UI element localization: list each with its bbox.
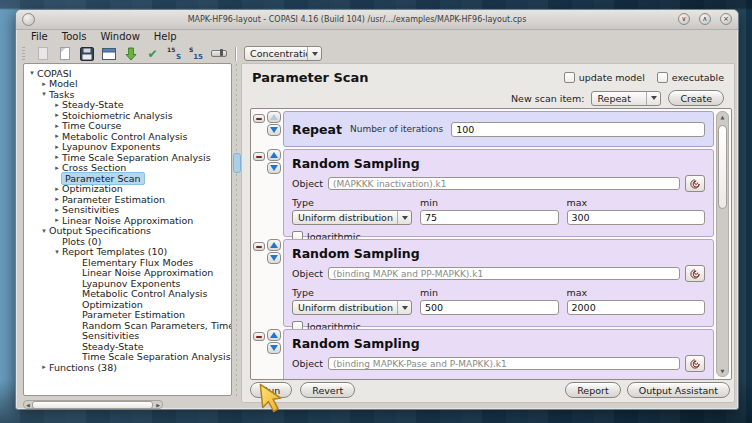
move-down-button[interactable] [267, 162, 281, 174]
close-button[interactable]: × [720, 13, 732, 25]
scroll-down-icon[interactable]: ▼ [717, 368, 728, 374]
tree-horizontal-scrollbar[interactable]: ◀ ▶ [23, 400, 163, 409]
convert-to-sbml-button[interactable]: 15 S [166, 45, 183, 62]
tree-expander-icon[interactable]: ▸ [39, 80, 49, 88]
tree-item[interactable]: Lyapunov Exponents [24, 278, 231, 289]
menu-window[interactable]: Window [93, 29, 146, 44]
tree-expander-icon[interactable]: ▸ [52, 216, 62, 224]
distribution-type-combobox[interactable]: Uniform distribution [292, 210, 412, 225]
minimize-button[interactable]: ∨ [678, 13, 690, 25]
executable-option[interactable]: executable [657, 72, 724, 83]
import-button[interactable] [122, 45, 139, 62]
tree-expander-icon[interactable]: ▸ [52, 206, 62, 214]
iterations-input[interactable] [451, 122, 705, 137]
object-select-button[interactable] [685, 265, 705, 282]
tree-item[interactable]: ▸Steady-State [24, 100, 231, 111]
report-button[interactable]: Report [565, 382, 621, 398]
tree-item-parameter-scan-selected[interactable]: Parameter Scan [24, 173, 231, 184]
save-button[interactable] [78, 45, 95, 62]
tree-item[interactable]: ▸Linear Noise Approximation [24, 215, 231, 226]
chevron-down-icon[interactable] [646, 92, 660, 105]
chevron-down-icon[interactable] [397, 301, 411, 314]
maximize-button[interactable]: ∧ [699, 13, 711, 25]
chevron-down-icon[interactable] [397, 211, 411, 224]
move-down-button[interactable] [267, 124, 281, 136]
object-field[interactable] [328, 177, 680, 190]
remove-item-button[interactable] [253, 152, 265, 161]
tree-item[interactable]: ▸Lyapunov Exponents [24, 142, 231, 153]
create-button[interactable]: Create [668, 90, 724, 106]
scrollbar-thumb[interactable] [32, 401, 153, 409]
tree-item[interactable]: Random Scan Parameters, Time, Concentrat… [24, 320, 231, 331]
tree-item[interactable]: ▸Time Course [24, 121, 231, 132]
tree-item[interactable]: Elementary Flux Modes [24, 257, 231, 268]
remove-item-button[interactable] [253, 332, 265, 341]
remove-item-button[interactable] [253, 114, 265, 123]
window-menu-button[interactable] [22, 13, 35, 26]
tree-item[interactable]: ▸Metabolic Control Analysis [24, 131, 231, 142]
max-input[interactable] [567, 210, 706, 225]
tree-expander-icon[interactable]: ▸ [52, 111, 62, 119]
new-file-button[interactable] [34, 45, 51, 62]
move-up-button[interactable] [267, 149, 281, 161]
scroll-left-icon[interactable]: ◀ [26, 402, 30, 408]
tree-item[interactable]: ▸Optimization [24, 184, 231, 195]
executable-checkbox[interactable] [657, 72, 668, 83]
move-down-button[interactable] [267, 252, 281, 264]
move-down-button[interactable] [267, 342, 281, 354]
move-up-button[interactable] [267, 111, 281, 123]
slider-tool-button[interactable] [210, 45, 227, 62]
tree-item[interactable]: Steady-State [24, 341, 231, 352]
tree-item[interactable]: ▸Model [24, 79, 231, 90]
tree-expander-icon[interactable]: ▸ [52, 101, 62, 109]
tree-item[interactable]: ▾Output Specifications [24, 226, 231, 237]
open-file-button[interactable] [56, 45, 73, 62]
min-input[interactable] [420, 300, 559, 315]
output-assistant-button[interactable]: Output Assistant [627, 382, 730, 398]
move-up-button[interactable] [267, 329, 281, 341]
splitter-grip[interactable] [233, 153, 241, 173]
tree-expander-icon[interactable]: ▸ [52, 122, 62, 130]
tree-item[interactable]: ▸Stoichiometric Analysis [24, 110, 231, 121]
tree-item[interactable]: Optimization [24, 299, 231, 310]
convert-from-sbml-button[interactable]: S 15 [188, 45, 205, 62]
object-field[interactable] [328, 267, 680, 280]
object-select-button[interactable] [685, 355, 705, 372]
tree-expander-icon[interactable]: ▸ [52, 143, 62, 151]
tree-item[interactable]: ▸Time Scale Separation Analysis [24, 152, 231, 163]
revert-button[interactable]: Revert [300, 382, 355, 398]
tree-item[interactable]: ▸Functions (38) [24, 362, 231, 373]
scroll-up-icon[interactable]: ▲ [717, 114, 728, 120]
tree-expander-icon[interactable]: ▾ [39, 90, 49, 98]
tree-item[interactable]: ▾Report Templates (10) [24, 247, 231, 258]
menu-help[interactable]: Help [147, 29, 184, 44]
tree-expander-icon[interactable]: ▾ [27, 69, 37, 77]
scan-vertical-scrollbar[interactable]: ▲ ▼ [716, 111, 729, 377]
tree-expander-icon[interactable]: ▸ [52, 195, 62, 203]
min-input[interactable] [420, 210, 559, 225]
chevron-down-icon[interactable] [307, 47, 321, 60]
scroll-right-icon[interactable]: ▶ [156, 402, 160, 408]
new-scan-item-combobox[interactable]: Repeat [591, 91, 661, 106]
distribution-type-combobox[interactable]: Uniform distribution [292, 300, 412, 315]
max-input[interactable] [567, 300, 706, 315]
tree-item[interactable]: Linear Noise Approximation [24, 268, 231, 279]
model-view-button[interactable] [100, 45, 117, 62]
tree-item[interactable]: Sensitivities [24, 331, 231, 342]
tree-item[interactable]: ▸Parameter Estimation [24, 194, 231, 205]
concentrations-combobox[interactable]: Concentrations [244, 46, 322, 61]
tree-expander-icon[interactable]: ▸ [52, 132, 62, 140]
menu-tools[interactable]: Tools [55, 29, 94, 44]
tree-item[interactable]: Plots (0) [24, 236, 231, 247]
tree-expander-icon[interactable]: ▾ [52, 248, 62, 256]
panel-splitter[interactable] [232, 63, 241, 397]
titlebar[interactable]: MAPK-HF96-layout - COPASI 4.16 (Build 10… [16, 10, 738, 30]
tree-expander-icon[interactable]: ▸ [39, 363, 49, 371]
move-up-button[interactable] [267, 239, 281, 251]
tree-expander-icon[interactable]: ▸ [52, 185, 62, 193]
accept-button[interactable]: ✔ [144, 45, 161, 62]
tree-item[interactable]: Time Scale Separation Analysis [24, 352, 231, 363]
tree-expander-icon[interactable]: ▾ [39, 227, 49, 235]
scrollbar-thumb[interactable] [718, 125, 727, 209]
tree-expander-icon[interactable]: ▸ [52, 153, 62, 161]
